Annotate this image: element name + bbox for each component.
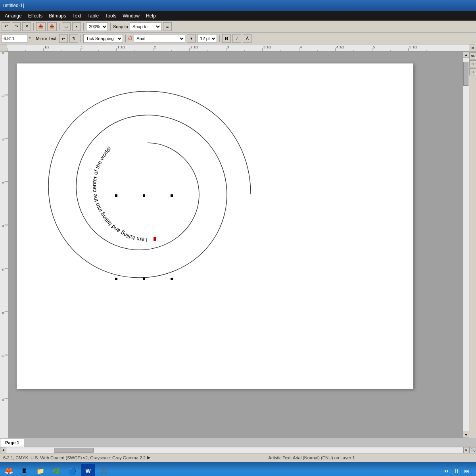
obj-panel-btn3[interactable]: □: [469, 68, 476, 75]
ruler-vertical: [0, 52, 9, 438]
taskbar-firefox[interactable]: 🦊: [2, 464, 16, 476]
separator2: [59, 23, 60, 31]
italic-button[interactable]: I: [232, 34, 241, 43]
font-size-select[interactable]: 12 pt 10 pt 14 pt 18 pt: [197, 34, 217, 43]
taskbar-word[interactable]: W: [81, 464, 95, 476]
page-tabs-row: Page 1: [0, 438, 476, 447]
handle-bm: [143, 278, 145, 280]
taskbar-chrome[interactable]: 🔵: [65, 464, 79, 476]
snap-select[interactable]: Snap to: [130, 22, 161, 31]
font-select[interactable]: Arial Times New Roman Courier New: [134, 34, 185, 43]
separator1: [33, 23, 34, 31]
page-tab-1[interactable]: Page 1: [0, 439, 24, 447]
media-next[interactable]: ⏭: [463, 467, 471, 475]
status-bar: 6-2.1; CMYK: U.S. Web Coated (SWOP) v2; …: [0, 453, 476, 462]
font-icon: O: [128, 35, 132, 41]
scrollbar-horizontal[interactable]: ◄ ► 🔍: [0, 447, 476, 453]
sep-t2: [81, 35, 81, 42]
sep-t3: [125, 35, 126, 42]
taskbar-network[interactable]: 🌿: [49, 464, 63, 476]
text-cursor: [154, 237, 156, 241]
menu-text[interactable]: Text: [69, 12, 84, 19]
mirror-h-button[interactable]: ⇄: [59, 34, 68, 43]
sep-t4: [219, 35, 220, 42]
taskbar-calculator[interactable]: 🖩: [17, 464, 32, 476]
scroll-left-arrow[interactable]: ◄: [0, 447, 6, 453]
ruler-area: in: [0, 44, 476, 52]
scrollbar-vertical[interactable]: ▲ ▼: [463, 52, 469, 438]
scroll-right-arrow[interactable]: ►: [463, 447, 470, 453]
tick-snapping-select[interactable]: Tick Snapping: [83, 34, 123, 43]
main-area: I am falling and falling into the center…: [0, 52, 476, 438]
menu-effects[interactable]: Effects: [25, 12, 46, 19]
layer-info-text: Artistic Text: Arial (Normal) (ENU) on L…: [150, 455, 473, 460]
color-profile-text: 6-2.1; CMYK: U.S. Web Coated (SWOP) v2; …: [3, 455, 146, 460]
menu-arrange[interactable]: Arrange: [2, 12, 25, 19]
handle-tr: [171, 194, 173, 197]
separator3: [83, 23, 84, 31]
scroll-track-v[interactable]: [463, 58, 469, 432]
scroll-thumb-v[interactable]: [463, 62, 468, 86]
menu-tools[interactable]: Tools: [102, 12, 119, 19]
coord-x-input[interactable]: [2, 34, 27, 43]
menu-window[interactable]: Window: [119, 12, 143, 19]
taskbar-right: ⏮ ⏸ ⏭: [442, 467, 474, 475]
ruler-horizontal: [7, 44, 469, 52]
mirror-v-button[interactable]: ⇅: [69, 34, 78, 43]
obj-panel-btn2[interactable]: □: [469, 60, 476, 67]
media-prev[interactable]: ⏮: [442, 467, 451, 475]
filter-button[interactable]: ≡: [163, 22, 172, 31]
media-pause[interactable]: ⏸: [452, 467, 461, 475]
bold-button[interactable]: B: [222, 34, 231, 43]
taskbar-winamp[interactable]: 🎵: [97, 464, 111, 476]
objects-panel: Ob □ □: [469, 52, 476, 438]
menu-table[interactable]: Table: [84, 12, 102, 19]
pointer-tool[interactable]: ✕: [22, 22, 31, 31]
toolbar1: ↶ ↷ ✕ 📥 📤 ▭ ▪ 200% 100% 75% 50% Snap to …: [0, 21, 476, 33]
export-button[interactable]: 📤: [47, 22, 57, 31]
svg-text:I am falling and falling into : I am falling and falling into the center…: [91, 145, 148, 243]
sep-t1: [33, 35, 33, 42]
ruler-corner: [0, 44, 7, 52]
scroll-down-arrow[interactable]: ▼: [463, 432, 469, 438]
caps-button[interactable]: Â: [243, 34, 251, 43]
separator4: [110, 23, 111, 31]
taskbar-filemanager[interactable]: 📁: [33, 464, 48, 476]
handle-bl: [115, 278, 117, 280]
zoom-select[interactable]: 200% 100% 75% 50%: [86, 22, 108, 31]
coord-unit: °: [29, 36, 31, 41]
toolbar2: ° Mirror Text: ⇄ ⇅ Tick Snapping O Arial…: [0, 33, 476, 44]
handle-tm: [143, 194, 145, 197]
handle-br: [171, 278, 173, 280]
menu-help[interactable]: Help: [143, 12, 159, 19]
menu-bar: Arrange Effects Bitmaps Text Table Tools…: [0, 11, 476, 21]
snap-label: Snap to: [113, 24, 128, 29]
font-dropdown-btn[interactable]: ▼: [187, 34, 196, 43]
title-text: untitled-1]: [3, 3, 24, 8]
canvas-area[interactable]: I am falling and falling into the center…: [9, 52, 469, 438]
title-bar: untitled-1]: [0, 0, 476, 11]
mirror-label: Mirror Text:: [36, 36, 58, 41]
import-button[interactable]: 📥: [36, 22, 46, 31]
redo-button[interactable]: ↷: [12, 22, 21, 31]
taskbar: 🦊 🖩 📁 🌿 🔵 W 🎵 ⏮ ⏸ ⏭: [0, 462, 476, 476]
scroll-track-h[interactable]: [6, 447, 463, 453]
spiral-svg: I am falling and falling into the center…: [40, 83, 255, 298]
undo-button[interactable]: ↶: [2, 22, 10, 31]
view-toggle-button[interactable]: ▪: [72, 22, 81, 31]
scroll-zoom-icon[interactable]: 🔍: [470, 447, 476, 453]
scroll-up-arrow[interactable]: ▲: [463, 52, 469, 58]
status-arrow: ▶: [147, 455, 150, 460]
page-canvas: I am falling and falling into the center…: [17, 63, 413, 389]
scroll-thumb-h[interactable]: [54, 448, 94, 453]
view-mode-button[interactable]: ▭: [62, 22, 71, 31]
ruler-unit: in: [469, 44, 476, 52]
handle-tl: [115, 194, 117, 197]
menu-bitmaps[interactable]: Bitmaps: [46, 12, 69, 19]
obj-panel-btn1[interactable]: Ob: [469, 52, 476, 60]
